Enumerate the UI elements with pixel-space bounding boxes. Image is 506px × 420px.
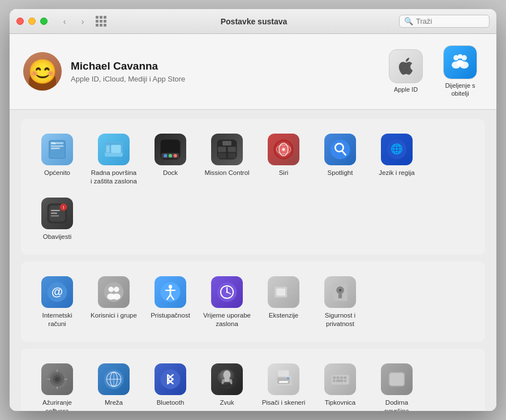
mission-icon (211, 134, 243, 165)
pristup-svg (160, 281, 181, 303)
pref-grid-2: @ Internetski računi (30, 271, 476, 333)
obavijesti-svg: ! (46, 203, 68, 224)
pref-item-spotlight[interactable]: Spotlight (313, 128, 367, 190)
pref-item-internet[interactable]: @ Internetski računi (30, 271, 84, 333)
svg-point-84 (161, 370, 181, 389)
svg-point-21 (164, 154, 167, 157)
back-button[interactable]: ‹ (57, 16, 72, 27)
pref-item-vrijeme[interactable]: Vrijeme uporabe zaslona (200, 271, 254, 333)
svg-rect-94 (333, 377, 336, 379)
pref-section-3: Ažuriranje softvera Mreža (21, 349, 485, 411)
svg-rect-95 (337, 377, 340, 379)
pref-grid-1: File New Ope... Općenito (30, 128, 476, 246)
svg-rect-98 (333, 380, 335, 382)
svg-rect-25 (218, 147, 226, 152)
pref-item-bluetooth[interactable]: Bluetooth (143, 358, 198, 411)
svg-rect-16 (111, 145, 121, 153)
siri-icon (268, 134, 299, 165)
korisnici-icon (98, 276, 130, 308)
search-icon: 🔍 (404, 17, 413, 25)
pref-item-siri[interactable]: Siri (256, 128, 311, 190)
bluetooth-svg (160, 368, 181, 390)
pref-item-radna[interactable]: Radna površina i zaštita zaslona (87, 128, 141, 190)
forward-button[interactable]: › (75, 16, 91, 27)
zvuk-svg (216, 368, 238, 390)
profile-section: Michael Cavanna Apple ID, iCloud, Mediji… (10, 34, 496, 110)
pref-item-sigurnost[interactable]: Sigurnost i privatnost (313, 271, 367, 333)
grid-view-button[interactable] (93, 16, 109, 27)
svg-rect-29 (222, 141, 231, 145)
sigurnost-icon (324, 276, 356, 308)
tipk-svg (329, 368, 351, 390)
svg-rect-18 (106, 145, 109, 152)
pref-item-dock[interactable]: Dock (143, 128, 198, 190)
apple-logo-icon (396, 56, 416, 76)
svg-text:!: ! (63, 206, 64, 211)
family-sharing-button[interactable]: Dijeljenje s obitelji (438, 45, 483, 98)
mreza-icon (98, 363, 130, 395)
svg-text:🌐: 🌐 (391, 142, 403, 155)
system-preferences-window: ‹ › Postavke sustava 🔍 Michael Cavanna A… (10, 9, 496, 411)
pref-section-2: @ Internetski računi (21, 262, 485, 342)
korisnici-label: Korisnici i grupe (91, 311, 137, 320)
sigurnost-svg (329, 281, 351, 303)
grid-icon (96, 16, 106, 27)
pisaci-icon (268, 363, 299, 395)
profile-quick-icons: Apple ID Dijeljenje s obitelji (383, 45, 483, 98)
svg-rect-87 (224, 379, 230, 382)
pristup-label: Pristupačnost (151, 311, 190, 320)
siri-label: Siri (279, 169, 289, 177)
svg-rect-44 (51, 213, 57, 214)
pref-item-azur[interactable]: Ažuriranje softvera (30, 358, 84, 411)
pref-item-jezik[interactable]: 🌐 Jezik i regija (370, 128, 424, 190)
pref-item-opcenito[interactable]: File New Ope... Općenito (30, 128, 84, 190)
fullscreen-button[interactable] (40, 18, 48, 25)
svg-point-23 (174, 154, 177, 157)
pref-item-ekstenz[interactable]: Ekstenzije (256, 271, 311, 333)
profile-info: Michael Cavanna Apple ID, iCloud, Mediji… (71, 60, 383, 83)
spotlight-svg (329, 139, 351, 160)
azur-label: Ažuriranje softvera (33, 398, 81, 411)
jezik-label: Jezik i regija (379, 169, 414, 177)
radna-label: Radna površina i zaštita zaslona (90, 169, 138, 186)
pisaci-label: Pisači i skeneri (262, 398, 306, 407)
pref-item-zvuk[interactable]: Zvuk (200, 358, 254, 411)
apple-id-label: Apple ID (394, 85, 418, 93)
pref-item-dodirna[interactable]: Dodirna površina (370, 358, 424, 411)
nav-buttons: ‹ › (57, 16, 91, 27)
apple-id-icon-box (389, 49, 423, 83)
pref-grid-3: Ažuriranje softvera Mreža (30, 358, 476, 411)
svg-rect-70 (338, 294, 342, 299)
pristup-icon (155, 276, 186, 308)
obavijesti-label: Obavijesti (43, 233, 72, 241)
pref-item-pristup[interactable]: Pristupačnost (143, 271, 198, 333)
pref-item-obavijesti[interactable]: ! Obavijesti (30, 192, 84, 246)
pref-item-mreza[interactable]: Mreža (87, 358, 141, 411)
pref-item-mission[interactable]: Mission Control (200, 128, 254, 190)
svg-point-33 (282, 148, 285, 151)
pref-item-pisaci[interactable]: Pisači i skeneri (256, 358, 311, 411)
apple-id-button[interactable]: Apple ID (383, 49, 428, 93)
svg-point-86 (224, 370, 231, 379)
korisnici-svg (103, 281, 125, 303)
mreza-svg (103, 368, 125, 390)
close-button[interactable] (16, 18, 24, 25)
svg-point-69 (339, 289, 342, 292)
dock-svg (160, 139, 181, 160)
pisaci-svg (273, 368, 294, 390)
minimize-button[interactable] (28, 18, 36, 25)
internet-icon: @ (41, 276, 73, 308)
search-box[interactable]: 🔍 (399, 15, 490, 28)
svg-text:Ope...: Ope... (51, 147, 57, 150)
pref-item-korisnici[interactable]: Korisnici i grupe (87, 271, 141, 333)
tipk-icon (324, 363, 356, 395)
pref-item-tipk[interactable]: Tipkovnica (313, 358, 367, 411)
svg-point-49 (109, 287, 114, 293)
profile-name: Michael Cavanna (71, 60, 383, 72)
svg-rect-96 (340, 377, 343, 379)
search-input[interactable] (416, 17, 484, 25)
svg-point-5 (456, 60, 464, 66)
svg-point-74 (55, 377, 59, 382)
svg-rect-65 (287, 290, 292, 295)
svg-rect-28 (228, 153, 236, 158)
